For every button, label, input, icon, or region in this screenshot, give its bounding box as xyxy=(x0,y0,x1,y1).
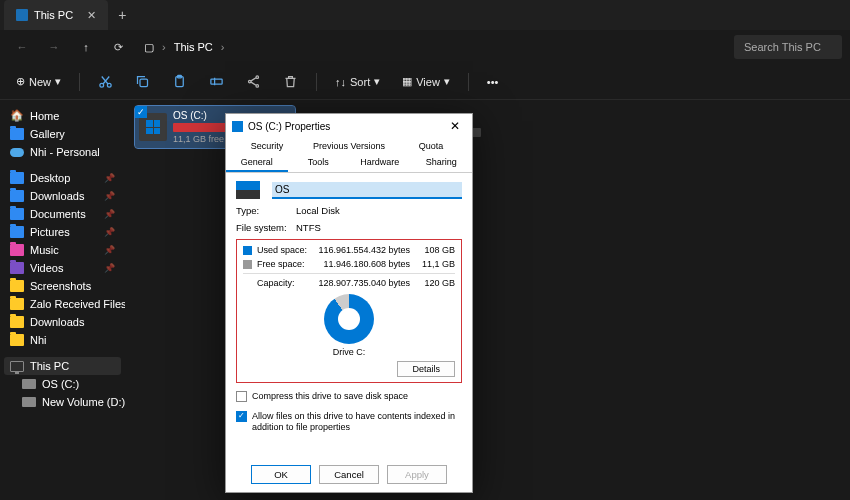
new-menu[interactable]: ⊕ New ▾ xyxy=(10,71,67,92)
tab-title: This PC xyxy=(34,9,73,21)
pin-icon: 📌 xyxy=(104,245,115,255)
sidebar-screenshots[interactable]: Screenshots xyxy=(4,277,121,295)
free-bytes: 11.946.180.608 bytes xyxy=(317,259,410,269)
folder-icon xyxy=(10,244,24,256)
folder-icon xyxy=(10,298,24,310)
used-label: Used space: xyxy=(257,245,312,255)
window-tab[interactable]: This PC ✕ xyxy=(4,0,108,30)
sidebar-downloads[interactable]: Downloads📌 xyxy=(4,187,121,205)
tab-quota[interactable]: Quota xyxy=(390,138,472,154)
index-option[interactable]: ✓Allow files on this drive to have conte… xyxy=(236,411,462,434)
sidebar-desktop[interactable]: Desktop📌 xyxy=(4,169,121,187)
svg-point-6 xyxy=(256,76,259,79)
pin-icon: 📌 xyxy=(104,227,115,237)
divider xyxy=(468,73,469,91)
sidebar-downloads2[interactable]: Downloads xyxy=(4,313,121,331)
drive-icon xyxy=(22,379,36,389)
svg-rect-5 xyxy=(211,79,222,84)
used-bytes: 116.961.554.432 bytes xyxy=(317,245,410,255)
refresh-button[interactable]: ⟳ xyxy=(104,33,132,61)
sidebar-gallery[interactable]: Gallery xyxy=(4,125,121,143)
tab-hardware[interactable]: Hardware xyxy=(349,154,411,172)
checkmark-icon: ✓ xyxy=(135,106,147,118)
folder-icon xyxy=(10,262,24,274)
details-button[interactable]: Details xyxy=(397,361,455,377)
svg-point-7 xyxy=(249,80,252,83)
pin-icon: 📌 xyxy=(104,191,115,201)
tab-sharing[interactable]: Sharing xyxy=(411,154,473,172)
close-button[interactable]: ✕ xyxy=(444,117,466,135)
free-label: Free space: xyxy=(257,259,312,269)
nav-toolbar: ← → ↑ ⟳ ▢ › This PC › Search This PC xyxy=(0,30,850,64)
folder-icon xyxy=(10,226,24,238)
sidebar-home[interactable]: 🏠Home xyxy=(4,106,121,125)
view-menu[interactable]: ▦ View ▾ xyxy=(396,71,456,92)
sidebar-nhi[interactable]: Nhi xyxy=(4,331,121,349)
divider xyxy=(79,73,80,91)
rename-button[interactable] xyxy=(203,70,230,93)
sidebar-documents[interactable]: Documents📌 xyxy=(4,205,121,223)
titlebar: This PC ✕ + xyxy=(0,0,850,30)
pin-icon: 📌 xyxy=(104,209,115,219)
ok-button[interactable]: OK xyxy=(251,465,311,484)
search-input[interactable]: Search This PC xyxy=(734,35,842,59)
paste-button[interactable] xyxy=(166,70,193,93)
sort-menu[interactable]: ↑↓ Sort ▾ xyxy=(329,71,386,92)
copy-button[interactable] xyxy=(129,70,156,93)
drive-large-icon xyxy=(236,181,260,199)
drive-icon xyxy=(232,121,243,132)
more-menu[interactable]: ••• xyxy=(481,72,505,92)
folder-icon xyxy=(10,172,24,184)
sidebar-newvol[interactable]: New Volume (D:) xyxy=(4,393,121,411)
cut-button[interactable] xyxy=(92,70,119,93)
command-bar: ⊕ New ▾ ↑↓ Sort ▾ ▦ View ▾ ••• xyxy=(0,64,850,100)
svg-rect-2 xyxy=(140,79,148,87)
used-color-icon xyxy=(243,246,252,255)
sidebar-osc[interactable]: OS (C:) xyxy=(4,375,121,393)
new-tab-button[interactable]: + xyxy=(118,7,126,23)
capacity-gb: 120 GB xyxy=(415,278,455,288)
drive-name-input[interactable]: OS xyxy=(272,182,462,199)
drive-icon xyxy=(22,397,36,407)
tab-previous-versions[interactable]: Previous Versions xyxy=(308,138,390,154)
sidebar-personal[interactable]: Nhi - Personal xyxy=(4,143,121,161)
pin-icon: 📌 xyxy=(104,173,115,183)
apply-button[interactable]: Apply xyxy=(387,465,447,484)
share-button[interactable] xyxy=(240,70,267,93)
up-button[interactable]: ↑ xyxy=(72,33,100,61)
delete-button[interactable] xyxy=(277,70,304,93)
sidebar-music[interactable]: Music📌 xyxy=(4,241,121,259)
sidebar-zalo[interactable]: Zalo Received Files xyxy=(4,295,121,313)
address-bar[interactable]: ▢ › This PC › xyxy=(136,41,730,54)
sidebar: 🏠Home Gallery Nhi - Personal Desktop📌 Do… xyxy=(0,100,125,500)
dialog-titlebar[interactable]: OS (C:) Properties ✕ xyxy=(226,114,472,138)
cancel-button[interactable]: Cancel xyxy=(319,465,379,484)
capacity-bytes: 128.907.735.040 bytes xyxy=(317,278,410,288)
drive-label: Drive C: xyxy=(243,347,455,357)
tab-general[interactable]: General xyxy=(226,154,288,172)
checkbox-checked-icon[interactable]: ✓ xyxy=(236,411,247,422)
sidebar-thispc[interactable]: This PC xyxy=(4,357,121,375)
tab-tools[interactable]: Tools xyxy=(288,154,350,172)
forward-button[interactable]: → xyxy=(40,33,68,61)
path-segment[interactable]: This PC xyxy=(174,41,213,53)
type-value: Local Disk xyxy=(296,205,340,216)
home-icon: 🏠 xyxy=(10,109,24,122)
chevron-right-icon: › xyxy=(162,41,166,53)
sidebar-videos[interactable]: Videos📌 xyxy=(4,259,121,277)
type-label: Type: xyxy=(236,205,296,216)
checkbox-icon[interactable] xyxy=(236,391,247,402)
tab-security[interactable]: Security xyxy=(226,138,308,154)
free-color-icon xyxy=(243,260,252,269)
fs-value: NTFS xyxy=(296,222,321,233)
sidebar-pictures[interactable]: Pictures📌 xyxy=(4,223,121,241)
back-button[interactable]: ← xyxy=(8,33,36,61)
svg-point-8 xyxy=(256,85,259,88)
cloud-icon xyxy=(10,148,24,157)
folder-icon xyxy=(10,208,24,220)
close-tab-icon[interactable]: ✕ xyxy=(87,9,96,22)
dialog-title: OS (C:) Properties xyxy=(248,121,330,132)
compress-option[interactable]: Compress this drive to save disk space xyxy=(236,391,462,403)
capacity-label: Capacity: xyxy=(257,278,312,288)
stats-panel: Used space:116.961.554.432 bytes108 GB F… xyxy=(236,239,462,383)
